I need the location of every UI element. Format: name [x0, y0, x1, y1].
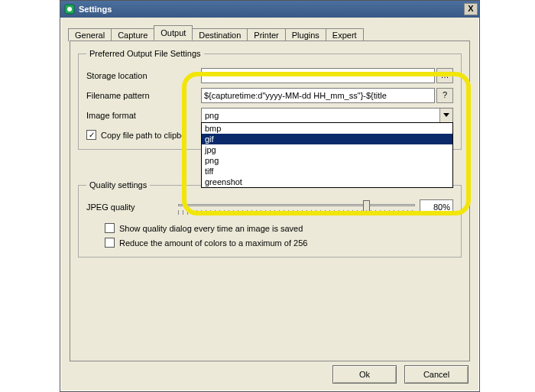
image-format-label: Image format [86, 111, 201, 120]
tab-general[interactable]: General [68, 28, 112, 41]
settings-dialog: Settings X General Capture Output Destin… [60, 0, 480, 392]
image-format-listbox[interactable]: bmp gif jpg png tiff greenshot [201, 122, 453, 188]
filename-pattern-input[interactable] [201, 88, 435, 103]
format-option-greenshot[interactable]: greenshot [202, 177, 452, 187]
client-area: General Capture Output Destination Print… [60, 18, 479, 391]
format-option-png[interactable]: png [202, 155, 452, 166]
tab-strip: General Capture Output Destination Print… [68, 25, 470, 40]
group-output-file-settings: Preferred Output File Settings Storage l… [78, 49, 462, 150]
dialog-button-row: Ok Cancel [332, 365, 469, 384]
group-quality-legend: Quality settings [86, 180, 150, 190]
filename-help-button[interactable]: ? [436, 88, 453, 103]
tab-plugins[interactable]: Plugins [285, 28, 326, 41]
close-button[interactable]: X [464, 3, 478, 15]
storage-browse-button[interactable]: … [436, 68, 453, 83]
filename-pattern-label: Filename pattern [86, 91, 201, 100]
chevron-down-icon[interactable] [439, 109, 452, 122]
svg-point-1 [67, 7, 72, 11]
tab-capture[interactable]: Capture [111, 28, 154, 41]
window-title: Settings [79, 5, 464, 14]
group-output-legend: Preferred Output File Settings [86, 49, 204, 58]
cancel-button[interactable]: Cancel [404, 365, 469, 384]
titlebar[interactable]: Settings X [60, 1, 479, 18]
reduce-colors-label: Reduce the amount of colors to a maximum… [119, 238, 307, 248]
show-quality-dialog-checkbox[interactable] [105, 223, 115, 233]
jpeg-quality-slider[interactable] [178, 198, 415, 216]
app-icon [63, 3, 76, 15]
show-quality-dialog-label: Show quality dialog every time an image … [119, 224, 303, 233]
copy-path-checkbox[interactable]: ✓ [86, 130, 96, 140]
jpeg-quality-label: JPEG quality [86, 202, 178, 212]
tab-printer[interactable]: Printer [247, 28, 285, 41]
tab-destination[interactable]: Destination [192, 28, 248, 41]
format-option-gif[interactable]: gif [202, 134, 452, 144]
storage-location-label: Storage location [86, 71, 201, 80]
storage-location-input[interactable] [201, 68, 435, 83]
jpeg-quality-value[interactable] [420, 199, 453, 215]
format-option-tiff[interactable]: tiff [202, 166, 452, 177]
image-format-value: png [202, 111, 439, 120]
copy-path-label: Copy file path to clipbo [101, 131, 186, 140]
tab-panel-output: Preferred Output File Settings Storage l… [70, 40, 470, 361]
reduce-colors-checkbox[interactable] [105, 238, 115, 248]
group-quality-settings: Quality settings JPEG quality Show [78, 180, 462, 258]
ok-button[interactable]: Ok [332, 365, 397, 384]
format-option-jpg[interactable]: jpg [202, 144, 452, 155]
tab-expert[interactable]: Expert [326, 28, 364, 41]
image-format-combo[interactable]: png [201, 108, 453, 123]
format-option-bmp[interactable]: bmp [202, 123, 452, 134]
tab-output[interactable]: Output [154, 25, 193, 40]
